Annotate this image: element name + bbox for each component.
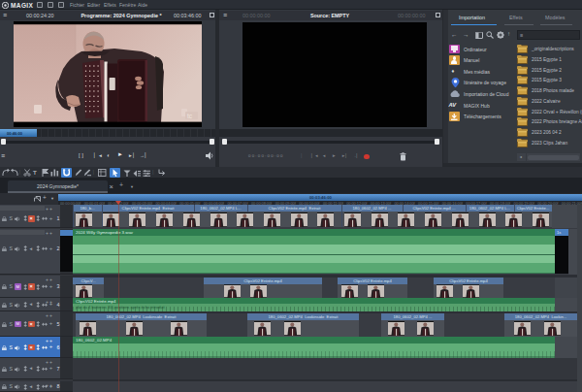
- svg-text:tc: tc: [187, 113, 193, 119]
